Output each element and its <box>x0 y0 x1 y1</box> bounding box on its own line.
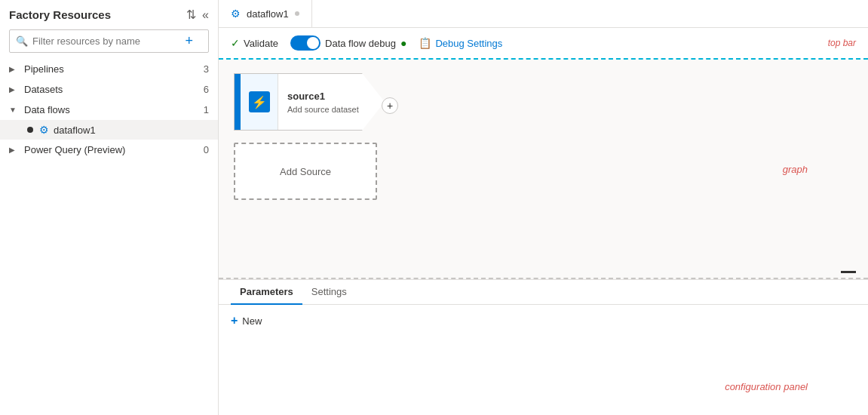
tab-dataflow1[interactable]: ⚙ dataflow1 <box>219 0 312 27</box>
source-node[interactable]: ⚡ source1 Add source dataset <box>234 73 385 131</box>
minimize-panel-button[interactable] <box>841 271 856 273</box>
active-dot <box>27 127 33 133</box>
source-node-accent <box>235 74 241 130</box>
sidebar-item-pipelines[interactable]: ▶ Pipelines 3 <box>0 59 218 79</box>
add-transformation-button[interactable]: + <box>382 97 398 114</box>
debug-settings-label: Debug Settings <box>435 38 502 49</box>
data-flow-debug-toggle[interactable] <box>290 35 321 51</box>
sidebar-item-label: Data flows <box>24 104 204 115</box>
main-area: ⚙ dataflow1 ✓ Validate Data flow debug ●… <box>219 0 868 415</box>
sidebar-title: Factory Resources <box>9 8 111 21</box>
add-resource-icon[interactable]: + <box>185 33 202 49</box>
new-button-label: New <box>242 315 262 327</box>
debug-icon: 📋 <box>419 37 431 49</box>
plus-icon: + <box>231 314 238 327</box>
svg-text:⚡: ⚡ <box>252 95 267 109</box>
sidebar-item-count: 3 <box>204 63 209 75</box>
sidebar: Factory Resources ⇅ « 🔍 + ▶ Pipelines 3 … <box>0 0 219 415</box>
sidebar-item-label: Pipelines <box>24 63 204 75</box>
collapse-icon[interactable]: « <box>202 8 209 22</box>
sidebar-item-label: Datasets <box>24 84 204 95</box>
validate-label: Validate <box>244 38 278 49</box>
toggle-label: Data flow debug <box>325 38 396 49</box>
sidebar-item-count: 0 <box>204 144 209 155</box>
sidebar-item-powerquery[interactable]: ▶ Power Query (Preview) 0 <box>0 140 218 160</box>
debug-settings-button[interactable]: 📋 Debug Settings <box>419 37 502 49</box>
action-bar-annotation: top bar <box>828 38 856 48</box>
tab-bar: ⚙ dataflow1 <box>219 0 868 28</box>
panel-content: + New <box>219 305 868 415</box>
sidebar-subitem-label: dataflow1 <box>54 124 96 136</box>
graph-area: ⚡ source1 Add source dataset + Add Sourc… <box>219 60 868 279</box>
search-input[interactable] <box>32 35 180 47</box>
chevron-down-icon: ▼ <box>9 106 18 114</box>
sidebar-header: Factory Resources ⇅ « <box>0 0 218 26</box>
action-bar: ✓ Validate Data flow debug ● 📋 Debug Set… <box>219 28 868 60</box>
sidebar-item-count: 6 <box>204 84 209 95</box>
tab-label: dataflow1 <box>247 8 289 20</box>
source-node-content: source1 Add source dataset <box>278 74 368 130</box>
tab-settings[interactable]: Settings <box>302 280 356 305</box>
chevron-right-icon: ▶ <box>9 85 18 94</box>
dataflow-icon: ⚙ <box>39 124 49 136</box>
validate-button[interactable]: ✓ Validate <box>231 37 278 49</box>
chevron-right-icon: ▶ <box>9 65 18 73</box>
toggle-green-icon: ● <box>400 37 406 49</box>
data-flow-debug-toggle-container: Data flow debug ● <box>290 35 406 51</box>
chevron-right-icon: ▶ <box>9 146 18 154</box>
graph-canvas[interactable]: ⚡ source1 Add source dataset + Add Sourc… <box>219 60 868 278</box>
source-node-icon: ⚡ <box>241 74 278 130</box>
search-box: 🔍 + <box>9 29 209 53</box>
new-parameter-button[interactable]: + New <box>231 314 262 327</box>
sidebar-item-dataflows[interactable]: ▼ Data flows 1 <box>0 100 218 120</box>
source-node-subtitle[interactable]: Add source dataset <box>287 105 359 114</box>
sort-icon[interactable]: ⇅ <box>186 8 196 22</box>
search-icon: 🔍 <box>16 35 28 47</box>
sidebar-subitem-dataflow1[interactable]: ⚙ dataflow1 <box>0 120 218 140</box>
settings-tab-label: Settings <box>311 286 347 297</box>
graph-annotation: graph <box>783 163 808 174</box>
add-source-label: Add Source <box>280 166 331 177</box>
parameters-tab-label: Parameters <box>240 286 293 297</box>
source-node-title: source1 <box>287 91 359 102</box>
check-icon: ✓ <box>231 37 240 49</box>
tab-unsaved-dot <box>295 11 299 16</box>
bottom-panel: Parameters Settings + New configuration … <box>219 279 868 415</box>
dataflow-tab-icon: ⚙ <box>231 8 241 20</box>
sidebar-item-label: Power Query (Preview) <box>24 144 204 155</box>
tab-parameters[interactable]: Parameters <box>231 280 302 305</box>
sidebar-item-count: 1 <box>204 104 209 115</box>
sidebar-item-datasets[interactable]: ▶ Datasets 6 <box>0 79 218 100</box>
sidebar-header-icons: ⇅ « <box>186 8 209 22</box>
add-source-button[interactable]: Add Source <box>234 143 377 200</box>
panel-tabs-row: Parameters Settings <box>219 280 868 305</box>
panel-annotation: configuration panel <box>725 381 808 392</box>
